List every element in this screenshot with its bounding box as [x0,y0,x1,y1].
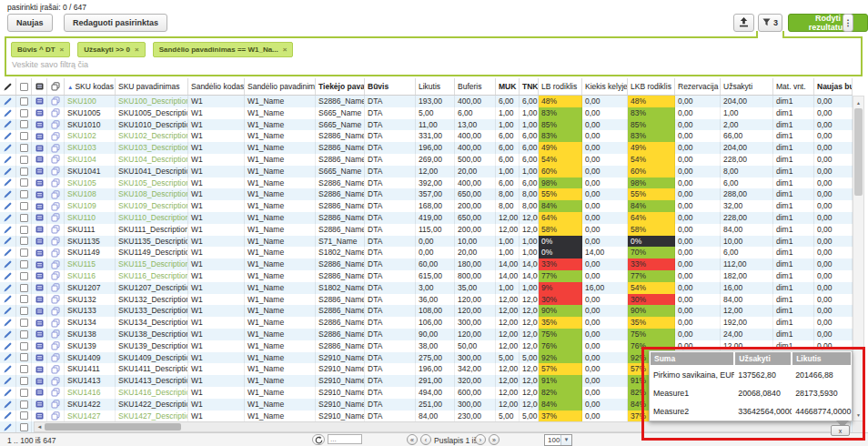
edit-icon[interactable] [0,282,16,294]
row-checkbox[interactable] [16,166,32,177]
copy-icon[interactable] [47,329,65,340]
column-header-uzsakyti[interactable]: Užsakyti [721,78,773,95]
checkbox-icon[interactable] [20,120,28,128]
checkbox-icon[interactable] [20,284,28,292]
edit-icon[interactable] [0,247,16,258]
edit-icon[interactable] [0,399,16,411]
checkbox-icon[interactable] [20,190,28,198]
column-header-status[interactable]: Būvis [365,78,416,95]
row-checkbox[interactable] [16,305,32,317]
checkbox-icon[interactable] [20,319,28,327]
column-header-lkb[interactable]: LKB rodiklis [628,78,675,95]
edit-icon[interactable] [0,188,16,200]
checkbox-icon[interactable] [20,353,28,361]
details-icon[interactable] [32,130,47,142]
edit-icon[interactable] [0,166,16,177]
copy-icon[interactable] [47,96,65,107]
edit-icon[interactable] [0,352,16,364]
checkbox-icon[interactable] [20,342,28,350]
last-page-button[interactable]: » [489,434,500,445]
checkbox-icon[interactable] [20,226,28,234]
checkbox-icon[interactable] [20,307,28,315]
copy-icon[interactable] [47,177,65,189]
details-icon[interactable] [32,247,47,258]
column-header-kiekis[interactable]: Kiekis kelyje [582,78,628,95]
copy-icon[interactable] [47,363,65,375]
vertical-scroll-thumb[interactable] [854,108,863,196]
refresh-button[interactable] [312,434,325,445]
edit-icon[interactable] [0,119,16,131]
row-checkbox[interactable] [16,236,32,248]
details-icon[interactable] [32,236,47,248]
row-checkbox[interactable] [16,212,32,224]
copy-icon[interactable] [47,200,65,212]
details-icon[interactable] [32,166,47,177]
details-icon[interactable] [32,411,47,422]
copy-icon[interactable] [47,130,65,142]
edit-icon[interactable] [0,154,16,166]
checkbox-icon[interactable] [20,97,28,106]
select-all-checkbox[interactable] [16,78,32,95]
edit-icon[interactable] [0,212,16,224]
edit-icon[interactable] [0,270,16,282]
goto-page-input[interactable] [328,434,362,444]
export-button[interactable] [733,14,754,32]
checkbox-icon[interactable] [20,156,28,164]
copy-icon[interactable] [47,411,65,422]
edit-icon[interactable] [0,411,16,422]
new-button[interactable]: Naujas [7,14,53,32]
row-checkbox[interactable] [16,282,32,294]
copy-icon[interactable] [47,224,65,236]
row-checkbox[interactable] [16,142,32,154]
checkbox-icon[interactable] [20,214,28,222]
copy-icon[interactable] [47,305,65,317]
copy-icon[interactable] [47,212,65,224]
column-header-likutis[interactable]: Likutis [416,78,455,95]
edit-icon[interactable] [0,177,16,189]
copy-icon[interactable] [47,352,65,364]
page-size-select[interactable]: 100 ▼ [544,434,572,446]
horizontal-scrollbar[interactable]: ◄ [34,421,851,432]
next-page-button[interactable]: › [475,434,486,445]
row-checkbox[interactable] [16,154,32,166]
copy-icon[interactable] [47,294,65,306]
copy-icon[interactable] [47,387,65,399]
copy-icon[interactable] [47,317,65,329]
copy-icon[interactable] [47,340,65,352]
row-checkbox[interactable] [16,188,32,200]
details-icon[interactable] [32,188,47,200]
first-page-button[interactable]: « [407,434,418,445]
edit-icon[interactable] [0,294,16,306]
filter-input[interactable]: Veskite savo filtrą čia [12,60,88,69]
edit-icon[interactable] [0,375,16,387]
edit-selected-button[interactable]: Redaguoti pasirinktas [64,14,167,32]
copy-icon[interactable] [47,188,65,200]
vertical-scrollbar[interactable]: ▲ ▼ [853,96,864,421]
checkbox-icon[interactable] [20,132,28,140]
row-checkbox[interactable] [16,224,32,236]
checkbox-icon[interactable] [20,330,28,339]
scroll-left-icon[interactable]: ◄ [35,422,45,431]
checkbox-icon[interactable] [20,365,28,373]
row-checkbox[interactable] [16,270,32,282]
edit-icon[interactable] [0,421,16,432]
details-icon[interactable] [32,387,47,399]
checkbox-icon[interactable] [20,272,28,280]
checkbox-icon[interactable] [20,400,28,409]
filter-chip[interactable]: Sandėlio pavadinimas == W1_Na...× [153,42,294,57]
details-icon[interactable] [32,375,47,387]
remove-filter-icon[interactable]: × [135,46,139,54]
column-header-lb[interactable]: LB rodiklis [539,78,582,95]
edit-icon[interactable] [0,224,16,236]
checkbox-icon[interactable] [20,167,28,176]
copy-icon[interactable] [47,258,65,270]
filter-chip[interactable]: Užsakyti >> 0× [77,42,145,57]
details-icon[interactable] [32,107,47,119]
checkbox-icon[interactable] [20,423,28,431]
details-icon[interactable] [32,200,47,212]
copy-icon[interactable] [47,107,65,119]
copy-icon[interactable] [47,142,65,154]
checkbox-icon[interactable] [20,109,28,117]
copy-icon[interactable] [47,247,65,258]
details-icon[interactable] [32,119,47,131]
